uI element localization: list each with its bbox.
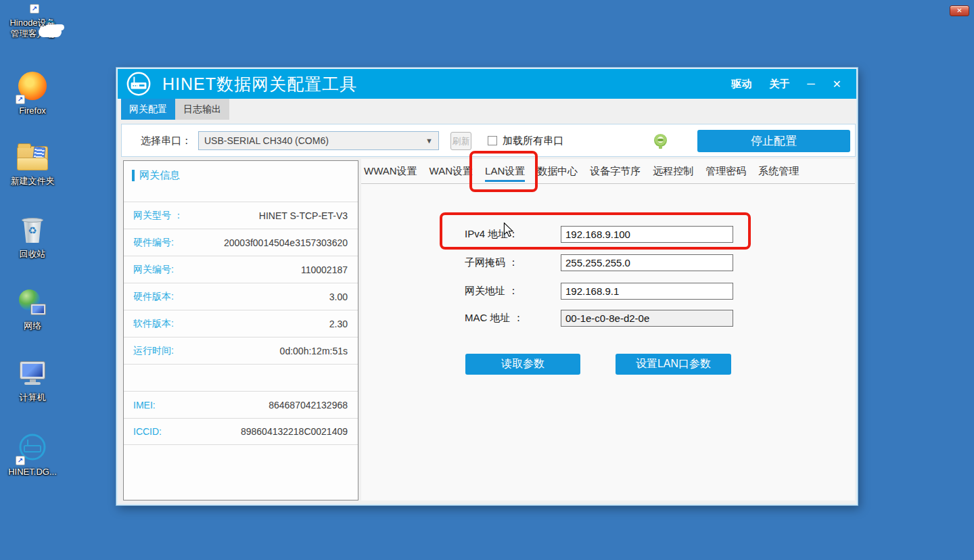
- screen-close-button[interactable]: ✕: [950, 5, 969, 16]
- network-icon: [19, 289, 46, 315]
- chevron-down-icon: ▼: [425, 137, 438, 145]
- serial-toolbar: 选择串口： USB-SERIAL CH340 (COM6) ▼ 刷新 加载所有串…: [121, 124, 856, 157]
- ipv4-label: IPv4 地址：: [465, 228, 518, 241]
- info-row-imei: IMEI: 864687042132968: [124, 391, 358, 418]
- load-all-ports-checkbox[interactable]: [488, 136, 497, 145]
- info-row-hardware-id: 硬件编号: 20003f0014504e3157303620: [124, 229, 358, 256]
- gateway-label: 网关地址 ：: [465, 285, 518, 298]
- settings-tab-bar: WWAN设置 WAN设置 LAN设置 数据中心 设备字节序 远程控制 管理密码 …: [361, 159, 855, 184]
- serial-port-select[interactable]: USB-SERIAL CH340 (COM6) ▼: [198, 131, 439, 150]
- tab-wwan-settings[interactable]: WWAN设置: [364, 160, 417, 182]
- tab-wan-settings[interactable]: WAN设置: [430, 160, 473, 182]
- tab-admin-password[interactable]: 管理密码: [705, 160, 746, 182]
- shortcut-arrow-icon: ↗: [16, 456, 25, 465]
- device-status-icon: [654, 134, 667, 147]
- desktop-icon-network[interactable]: 网络: [0, 289, 65, 331]
- info-row-gateway-id: 网关编号: 110002187: [124, 256, 358, 283]
- tab-system-management[interactable]: 系统管理: [758, 160, 799, 182]
- icon-label: 新建文件夹: [0, 176, 65, 187]
- window-title: HINET数据网关配置工具: [162, 73, 357, 95]
- tab-gateway-config[interactable]: 网关配置: [121, 99, 175, 120]
- mac-label: MAC 地址 ：: [465, 312, 524, 325]
- load-all-ports-label: 加载所有串口: [503, 135, 563, 147]
- icon-label: Firefox: [0, 106, 65, 116]
- desktop-icon-new-folder[interactable]: 新建文件夹: [0, 143, 65, 187]
- titlebar: HINET数据网关配置工具 驱动 关于 ─ ✕: [118, 69, 856, 99]
- ipv4-input[interactable]: [561, 226, 733, 243]
- about-button[interactable]: 关于: [769, 78, 789, 91]
- tab-remote-control[interactable]: 远程控制: [653, 160, 693, 182]
- info-row-iccid: ICCID: 898604132218C0021409: [124, 418, 358, 445]
- serial-port-label: 选择串口：: [141, 135, 191, 147]
- computer-icon: [18, 361, 47, 387]
- section-accent-bar: [132, 170, 135, 181]
- info-row-sw-version: 软件版本: 2.30: [124, 310, 358, 337]
- desktop-icon-computer[interactable]: 计算机: [0, 361, 65, 403]
- info-row-empty: [124, 364, 358, 391]
- icon-label: 计算机: [0, 392, 65, 403]
- info-row-model: 网关型号 ： HINET S-TCP-ET-V3: [124, 202, 358, 229]
- refresh-button[interactable]: 刷新: [450, 132, 471, 150]
- subnet-label: 子网掩码 ：: [465, 256, 518, 269]
- gateway-info-title: 网关信息: [139, 169, 180, 182]
- gateway-info-panel: 网关信息 网关型号 ： HINET S-TCP-ET-V3 硬件编号: 2000…: [123, 160, 358, 500]
- desktop-icon-firefox[interactable]: ↗ Firefox: [0, 72, 65, 116]
- close-button[interactable]: ✕: [833, 78, 841, 91]
- settings-panel: WWAN设置 WAN设置 LAN设置 数据中心 设备字节序 远程控制 管理密码 …: [361, 159, 855, 500]
- app-logo-icon: [126, 71, 152, 97]
- desktop-icon-recycle-bin[interactable]: ♻ 回收站: [0, 216, 65, 260]
- tab-data-center[interactable]: 数据中心: [537, 160, 578, 182]
- read-params-button[interactable]: 读取参数: [465, 354, 580, 375]
- info-row-hw-version: 硬件版本: 3.00: [124, 283, 358, 310]
- shortcut-arrow-icon: ↗: [16, 95, 25, 104]
- driver-button[interactable]: 驱动: [731, 78, 751, 91]
- set-lan-params-button[interactable]: 设置LAN口参数: [616, 354, 731, 375]
- icon-label: 网络: [0, 321, 65, 331]
- main-tab-bar: 网关配置 日志输出: [118, 99, 856, 120]
- stop-config-button[interactable]: 停止配置: [697, 130, 850, 152]
- desktop-icon-hinode-client[interactable]: ↗ Hinode设备 管理客户端: [0, 3, 65, 39]
- minimize-button[interactable]: ─: [807, 78, 814, 90]
- tab-device-byte-order[interactable]: 设备字节序: [590, 160, 641, 182]
- desktop-icon-hinet-dg[interactable]: ↗ HINET.DG...: [0, 433, 65, 477]
- subnet-input[interactable]: [561, 254, 733, 271]
- gateway-input[interactable]: [561, 283, 733, 300]
- recycle-bin-icon: ♻: [22, 218, 43, 243]
- folder-icon: [17, 146, 48, 170]
- icon-label: 回收站: [0, 249, 65, 260]
- mac-input[interactable]: [561, 310, 733, 327]
- app-window: HINET数据网关配置工具 驱动 关于 ─ ✕ 网关配置 日志输出 选择串口： …: [116, 68, 858, 505]
- tab-log-output[interactable]: 日志输出: [175, 99, 229, 120]
- info-row-uptime: 运行时间: 0d:00h:12m:51s: [124, 337, 358, 364]
- shortcut-arrow-icon: ↗: [30, 4, 39, 14]
- icon-label: HINET.DG...: [0, 467, 65, 477]
- serial-port-value: USB-SERIAL CH340 (COM6): [199, 135, 329, 146]
- tab-lan-settings[interactable]: LAN设置: [485, 160, 525, 182]
